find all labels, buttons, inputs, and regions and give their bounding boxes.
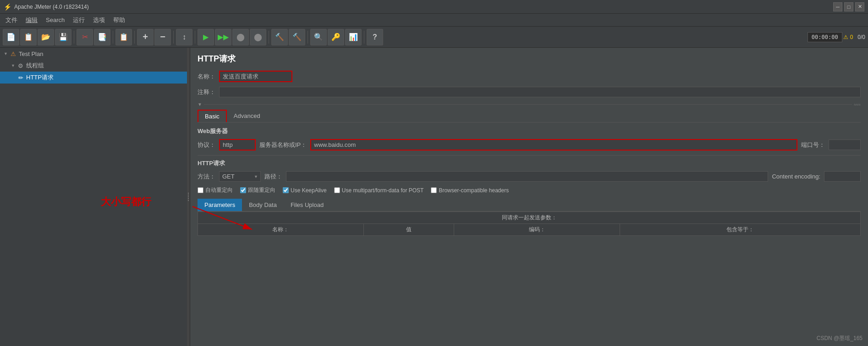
toolbar-separator-6 (269, 31, 269, 44)
shutdown-button[interactable]: ⬤ (250, 29, 266, 45)
content-inner: HTTP请求 名称： 注释： ▼ ≈≈≈ Basic Adva (190, 48, 868, 241)
content-area: HTTP请求 名称： 注释： ▼ ≈≈≈ Basic Adva (190, 48, 868, 346)
multipart-checkbox[interactable] (334, 187, 340, 193)
toolbar-separator-3 (134, 31, 135, 44)
col-encoding: 编码： (454, 224, 620, 236)
tab-basic[interactable]: Basic (198, 110, 227, 122)
title-bar: ⚡ Apache JMeter (4.0 r1823414) ─ □ ✕ (0, 0, 868, 14)
stop-button[interactable]: ⬤ (232, 29, 249, 45)
toolbar-separator-4 (173, 31, 174, 44)
port-label: 端口号： (801, 141, 825, 149)
menu-edit[interactable]: 编辑 (22, 15, 41, 26)
params-tabs: Parameters Body Data Files Upload (198, 199, 861, 212)
method-select-wrap: GET POST PUT DELETE HEAD OPTIONS PATCH (219, 171, 261, 182)
test-plan-label: Test Plan (19, 50, 43, 57)
warning-count: 0 (850, 34, 853, 40)
tab-advanced[interactable]: Advanced (227, 110, 267, 122)
protocol-input[interactable] (219, 139, 256, 151)
sidebar-resize-handle[interactable] (187, 48, 190, 346)
reset-button[interactable]: 🔑 (328, 29, 344, 45)
col-include-equals: 包含等于： (620, 224, 860, 236)
watermark: CSDN @墨瑶_165 (817, 335, 863, 342)
toggle-button[interactable]: ↕ (176, 29, 192, 45)
menu-help[interactable]: 帮助 (110, 15, 129, 26)
follow-redirect-label: 跟随重定向 (248, 186, 275, 194)
menu-bar: 文件 编辑 Search 运行 选项 帮助 (0, 14, 868, 27)
checkboxes-row: 自动重定向 跟随重定向 Use KeepAlive Use multipart/… (198, 186, 861, 194)
remote-all-button[interactable]: 📊 (345, 29, 362, 45)
help-button[interactable]: ? (367, 29, 383, 45)
comment-input[interactable] (219, 87, 861, 97)
checkbox-browser-compatible[interactable]: Browser-compatible headers (431, 187, 509, 194)
server-label: 服务器名称或IP： (259, 141, 307, 149)
menu-file[interactable]: 文件 (2, 15, 21, 26)
paste-button[interactable]: 📋 (115, 29, 132, 45)
search-toolbar-button[interactable]: 🔍 (310, 29, 327, 45)
comment-label: 注释： (198, 88, 215, 96)
collapse-arrow-test-plan: ▼ (4, 51, 8, 56)
close-button[interactable]: ✕ (855, 2, 864, 11)
menu-options[interactable]: 选项 (89, 15, 109, 26)
port-input[interactable] (829, 140, 861, 150)
browser-compatible-checkbox[interactable] (431, 187, 437, 193)
open-button[interactable]: 📂 (38, 29, 54, 45)
run-button[interactable]: ▶ (198, 29, 214, 45)
section-title: HTTP请求 (198, 53, 861, 64)
clear-button[interactable]: 🔨 (271, 29, 288, 45)
keepalive-label: Use KeepAlive (291, 187, 327, 194)
params-tab-body-data[interactable]: Body Data (242, 199, 284, 211)
toolbar-separator-5 (195, 31, 195, 44)
test-plan-icon: ⚠ (11, 50, 16, 57)
keepalive-checkbox[interactable] (283, 187, 289, 193)
sidebar-item-thread-group[interactable]: ▼ ⚙ 线程组 (0, 60, 190, 72)
title-bar-left: ⚡ Apache JMeter (4.0 r1823414) (4, 3, 89, 11)
menu-run[interactable]: 运行 (69, 15, 88, 26)
start-no-pause-button[interactable]: ▶▶ (215, 29, 231, 45)
params-info-text: 同请求一起发送参数： (198, 212, 861, 224)
name-label: 名称： (198, 73, 215, 81)
follow-redirect-checkbox[interactable] (240, 187, 246, 193)
app-icon: ⚡ (4, 3, 11, 11)
auto-redirect-checkbox[interactable] (198, 187, 203, 193)
checkbox-keepalive[interactable]: Use KeepAlive (283, 187, 327, 194)
collapse-indicator[interactable]: ▼ (198, 102, 202, 107)
minimize-button[interactable]: ─ (833, 2, 842, 11)
col-name: 名称： (198, 224, 364, 236)
clear-all-button[interactable]: 🔨 (289, 29, 305, 45)
save-button[interactable]: 💾 (55, 29, 71, 45)
col-value: 值 (363, 224, 454, 236)
method-select[interactable]: GET POST PUT DELETE HEAD OPTIONS PATCH (219, 171, 261, 182)
path-input[interactable] (286, 171, 768, 182)
warning-indicator: ⚠ 0 (843, 34, 853, 40)
copy-button[interactable]: 📑 (94, 29, 110, 45)
cut-button[interactable]: ✂ (77, 29, 93, 45)
add-button[interactable]: + (137, 29, 154, 45)
menu-search[interactable]: Search (42, 15, 68, 25)
title-bar-controls: ─ □ ✕ (833, 2, 864, 11)
checkbox-auto-redirect[interactable]: 自动重定向 (198, 186, 233, 194)
server-config-row: 协议： 服务器名称或IP： 端口号： (198, 139, 861, 151)
new-button[interactable]: 📄 (3, 29, 19, 45)
checkbox-multipart[interactable]: Use multipart/form-data for POST (334, 187, 424, 194)
comment-row: 注释： (198, 87, 861, 97)
timer-display: 00:00:00 (808, 32, 842, 42)
sidebar-item-http-request[interactable]: ✏ HTTP请求 (0, 72, 190, 84)
web-server-section-title: Web服务器 (198, 127, 861, 135)
method-row: 方法： GET POST PUT DELETE HEAD OPTIONS PAT… (198, 171, 861, 182)
checkbox-follow-redirect[interactable]: 跟随重定向 (240, 186, 275, 194)
params-tab-files-upload[interactable]: Files Upload (284, 199, 330, 211)
name-row: 名称： (198, 71, 861, 82)
content-encoding-input[interactable] (824, 171, 861, 182)
scroll-indicator: ≈≈≈ (854, 102, 861, 107)
templates-button[interactable]: 📋 (20, 29, 37, 45)
sidebar-item-test-plan[interactable]: ▼ ⚠ Test Plan (0, 48, 190, 60)
maximize-button[interactable]: □ (844, 2, 853, 11)
toolbar-separator-2 (113, 31, 113, 44)
resize-dot (188, 195, 189, 195)
path-label: 路径： (264, 173, 282, 181)
server-input[interactable] (310, 139, 797, 151)
collapse-arrow-thread-group: ▼ (11, 63, 15, 68)
params-tab-parameters[interactable]: Parameters (198, 199, 242, 211)
remove-button[interactable]: − (154, 29, 171, 45)
name-input[interactable] (219, 71, 292, 82)
